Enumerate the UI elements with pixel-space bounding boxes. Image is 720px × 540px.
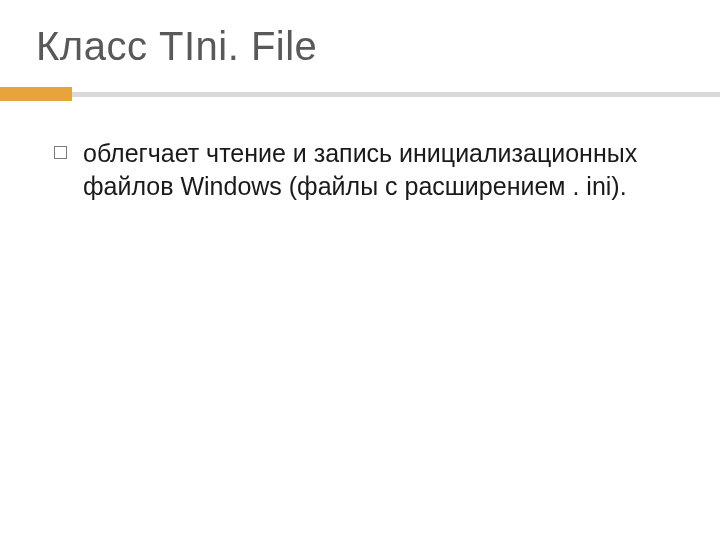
page-title: Класс TIni. File bbox=[36, 24, 684, 69]
content-area: облегчает чтение и запись инициализацион… bbox=[36, 137, 684, 202]
accent-box bbox=[0, 87, 72, 101]
divider-line bbox=[72, 92, 720, 97]
list-item: облегчает чтение и запись инициализацион… bbox=[54, 137, 684, 202]
bullet-text: облегчает чтение и запись инициализацион… bbox=[83, 137, 684, 202]
title-divider bbox=[0, 87, 720, 101]
slide-container: Класс TIni. File облегчает чтение и запи… bbox=[0, 0, 720, 540]
bullet-square-icon bbox=[54, 146, 67, 159]
